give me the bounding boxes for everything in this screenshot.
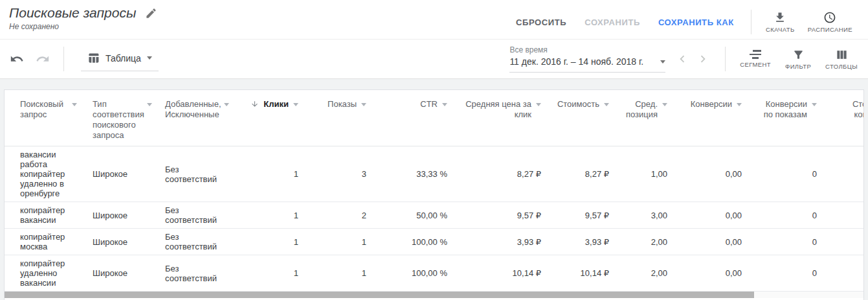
divider — [751, 10, 751, 34]
cell-avg-cpc: 8,27 ₽ — [458, 146, 551, 202]
table-row: копирайтер удаленно вакансии Широкое Без… — [5, 255, 864, 292]
column-header-match-type[interactable]: Тип соответствия поискового запроса — [87, 90, 160, 146]
scrollbar-thumb[interactable] — [5, 292, 754, 298]
filter-button[interactable]: ФИЛЬТР — [777, 46, 819, 73]
filter-icon — [792, 49, 805, 61]
date-range-value: 11 дек. 2016 г. – 14 нояб. 2018 г. — [509, 56, 643, 67]
column-header-impressions[interactable]: Показы — [309, 90, 377, 146]
schedule-button[interactable]: РАСПИСАНИЕ — [801, 8, 859, 36]
cell-match-type: Широкое — [87, 229, 160, 255]
redo-button[interactable] — [30, 46, 56, 72]
caret-down-icon — [224, 103, 229, 106]
cell-avg-position: 2,00 — [619, 255, 678, 292]
caret-down-icon — [536, 103, 541, 106]
cell-avg-cpc: 9,57 ₽ — [458, 202, 551, 229]
caret-down-icon — [662, 103, 667, 106]
cell-ctr: 100,00 % — [377, 255, 458, 292]
date-range-selector[interactable]: Все время 11 дек. 2016 г. – 14 нояб. 201… — [509, 45, 665, 73]
cell-cost-per-conversion — [827, 229, 864, 255]
cell-conversions: 0,00 — [678, 146, 752, 202]
column-header-search-term[interactable]: Поисковый запрос — [5, 90, 87, 146]
cell-match-type: Широкое — [87, 255, 160, 292]
page-title: Поисковые запросы — [9, 5, 136, 21]
columns-icon — [836, 49, 848, 61]
cell-impressions: 1 — [309, 229, 377, 255]
cell-added-excluded: Без соответствий — [160, 255, 236, 292]
column-header-added-excluded[interactable]: Добавленные, Исключенные — [160, 90, 236, 146]
date-preset-label: Все время — [509, 45, 665, 54]
cell-added-excluded: Без соответствий — [160, 146, 236, 202]
download-icon — [773, 11, 786, 24]
download-label: СКАЧАТЬ — [766, 26, 795, 33]
column-header-view-through-conversions[interactable]: Конверсии по показам — [752, 90, 827, 146]
divider — [63, 47, 64, 71]
segment-button[interactable]: СЕГМЕНТ — [733, 47, 777, 71]
undo-button[interactable] — [4, 46, 30, 72]
caret-down-icon — [293, 103, 298, 106]
chevron-right-icon — [696, 52, 710, 66]
column-header-ctr[interactable]: CTR — [377, 90, 458, 146]
cell-ctr: 100,00 % — [377, 229, 458, 255]
cell-impressions: 2 — [309, 202, 377, 229]
edit-title-icon[interactable] — [145, 7, 157, 19]
cell-impressions: 3 — [309, 146, 377, 202]
report-content: Поисковый запрос Тип соответствия поиско… — [0, 79, 868, 300]
table-row: вакансии работа копирайтер удаленно в ор… — [5, 146, 864, 202]
cell-added-excluded: Без соответствий — [160, 202, 236, 229]
cell-cost-per-conversion — [827, 255, 864, 292]
cell-clicks: 1 — [236, 229, 309, 255]
cell-avg-position: 3,00 — [619, 202, 678, 229]
filter-label: ФИЛЬТР — [785, 63, 811, 70]
chevron-down-icon — [660, 60, 665, 63]
save-as-button[interactable]: СОХРАНИТЬ КАК — [649, 12, 743, 32]
caret-down-icon — [604, 103, 609, 106]
cell-ctr: 50,00 % — [377, 202, 458, 229]
sort-descending-icon — [250, 100, 259, 108]
cell-clicks: 1 — [236, 146, 309, 202]
download-button[interactable]: СКАЧАТЬ — [759, 8, 801, 36]
columns-button[interactable]: СТОЛБЦЫ — [819, 46, 864, 73]
redo-icon — [36, 52, 50, 66]
horizontal-scrollbar[interactable] — [5, 292, 863, 298]
column-header-cost[interactable]: Стоимость — [551, 90, 619, 146]
cell-cost: 10,14 ₽ — [551, 255, 619, 292]
caret-down-icon — [812, 103, 817, 106]
column-header-conversions[interactable]: Конверсии — [678, 90, 752, 146]
segment-icon — [750, 50, 761, 59]
cell-conversions: 0,00 — [678, 229, 752, 255]
report-titlebar: Поисковые запросы Не сохранено СБРОСИТЬ … — [0, 0, 868, 40]
table-header-row: Поисковый запрос Тип соответствия поиско… — [5, 90, 864, 146]
caret-down-icon — [442, 103, 447, 106]
view-type-dropdown[interactable]: Таблица — [81, 47, 159, 71]
caret-down-icon — [147, 103, 152, 106]
chevron-down-icon — [147, 56, 152, 60]
cell-cost-per-conversion — [827, 202, 864, 229]
cell-cost: 9,57 ₽ — [551, 202, 619, 229]
cell-search-term: вакансии работа копирайтер удаленно в ор… — [5, 146, 87, 202]
table-row: копирайтер вакансии Широкое Без соответс… — [5, 202, 864, 229]
date-prev-button[interactable] — [672, 49, 693, 69]
save-button[interactable]: СОХРАНИТЬ — [575, 12, 649, 32]
column-header-cost-per-conversion[interactable]: Стоимость конверсии — [827, 90, 864, 146]
column-header-avg-position[interactable]: Сред. позиция — [619, 90, 678, 146]
view-type-label: Таблица — [106, 53, 141, 63]
cell-clicks: 1 — [236, 255, 309, 292]
cell-avg-position: 1,00 — [619, 146, 678, 202]
schedule-label: РАСПИСАНИЕ — [808, 26, 852, 33]
cell-avg-position: 2,00 — [619, 229, 678, 255]
title-block: Поисковые запросы Не сохранено — [9, 5, 157, 31]
report-toolbar: Таблица Все время 11 дек. 2016 г. – 14 н… — [0, 40, 868, 79]
caret-down-icon — [72, 103, 77, 106]
divider — [725, 47, 726, 71]
cell-search-term: копирайтер удаленно вакансии — [5, 255, 87, 292]
reset-button[interactable]: СБРОСИТЬ — [507, 12, 575, 32]
cell-view-through: 0 — [752, 146, 827, 202]
search-terms-table: Поисковый запрос Тип соответствия поиско… — [5, 90, 864, 292]
column-header-clicks[interactable]: Клики — [236, 90, 309, 146]
cell-match-type: Широкое — [87, 202, 160, 229]
column-header-avg-cpc[interactable]: Средняя цена за клик — [458, 90, 551, 146]
cell-match-type: Широкое — [87, 146, 160, 202]
date-next-button[interactable] — [693, 49, 713, 69]
caret-down-icon — [361, 103, 366, 106]
cell-view-through: 0 — [752, 229, 827, 255]
